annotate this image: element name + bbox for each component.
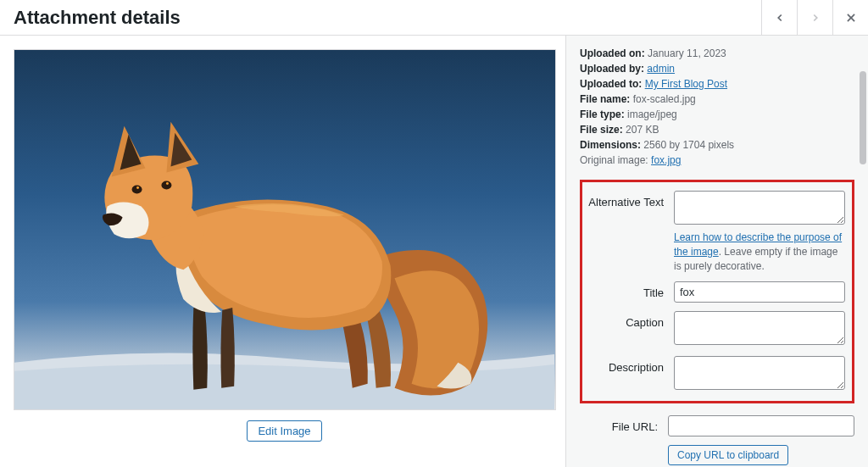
uploaded-by-link[interactable]: admin (647, 63, 675, 75)
file-type-value: image/jpeg (627, 108, 677, 120)
title-input[interactable] (674, 281, 845, 303)
uploaded-on-value: January 11, 2023 (648, 47, 726, 59)
details-sidebar: Uploaded on: January 11, 2023 Uploaded b… (565, 36, 868, 467)
image-preview-panel: Edit Image (0, 36, 565, 467)
description-input[interactable] (674, 356, 845, 390)
image-preview (14, 49, 556, 410)
page-title: Attachment details (14, 7, 181, 29)
edit-image-button[interactable]: Edit Image (247, 420, 321, 442)
prev-button[interactable] (761, 0, 797, 36)
scrollbar-thumb[interactable] (860, 71, 866, 164)
svg-point-3 (161, 181, 171, 190)
modal-header: Attachment details (0, 0, 868, 36)
file-url-group: File URL: Copy URL to clipboard (580, 415, 854, 465)
close-icon (845, 12, 857, 24)
file-name-label: File name: (580, 93, 630, 105)
file-url-input[interactable] (668, 415, 854, 436)
file-size-value: 207 KB (626, 124, 659, 136)
alt-text-label: Alternative Text (586, 191, 674, 208)
next-button[interactable] (797, 0, 832, 36)
description-label: Description (586, 356, 674, 374)
fox-illustration (14, 50, 555, 410)
file-type-label: File type: (580, 108, 625, 120)
main: Edit Image Uploaded on: January 11, 2023… (0, 36, 868, 467)
uploaded-on-label: Uploaded on: (580, 47, 645, 59)
uploaded-by-label: Uploaded by: (580, 63, 644, 75)
uploaded-to-label: Uploaded to: (580, 78, 642, 90)
caption-input[interactable] (674, 311, 845, 345)
chevron-left-icon (774, 12, 786, 24)
file-meta: Uploaded on: January 11, 2023 Uploaded b… (580, 46, 854, 168)
svg-point-4 (136, 186, 139, 189)
svg-point-2 (131, 185, 142, 193)
header-actions (761, 0, 868, 35)
dimensions-value: 2560 by 1704 pixels (643, 139, 734, 151)
dimensions-label: Dimensions: (580, 139, 641, 151)
editable-fields-group: Alternative Text Learn how to describe t… (580, 180, 854, 403)
uploaded-to-link[interactable]: My First Blog Post (645, 78, 727, 90)
chevron-right-icon (810, 12, 821, 24)
close-button[interactable] (832, 0, 868, 36)
title-label: Title (586, 281, 674, 299)
file-name-value: fox-scaled.jpg (633, 93, 696, 105)
file-url-label: File URL: (580, 415, 668, 433)
file-size-label: File size: (580, 124, 623, 136)
alt-text-input[interactable] (674, 191, 845, 225)
copy-url-button[interactable]: Copy URL to clipboard (668, 445, 788, 465)
svg-point-5 (165, 182, 168, 185)
original-image-link[interactable]: fox.jpg (651, 154, 681, 166)
original-image-label: Original image: (580, 154, 648, 166)
alt-text-hint: Learn how to describe the purpose of the… (674, 231, 845, 273)
caption-label: Caption (586, 311, 674, 329)
